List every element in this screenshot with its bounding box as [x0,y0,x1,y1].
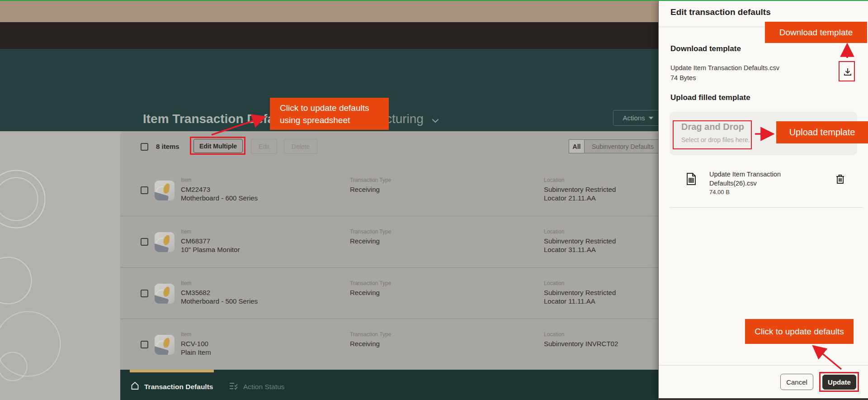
window-top-edge [0,0,868,1]
item-label: Item [181,229,240,235]
edit-button[interactable]: Edit [251,139,277,154]
upload-template-heading: Upload filled template [670,93,750,102]
item-desc: 10" Plasma Monitor [181,245,240,254]
item-code: RCV-100 [181,339,211,348]
panel-title: Edit transaction defaults [670,7,771,17]
bottom-tab-bar: Transaction Defaults Action Status [120,370,659,400]
row-checkbox[interactable] [141,341,148,348]
table-row[interactable]: Item RCV-100 Plain Item Transaction Type… [120,319,659,370]
transaction-type-label: Transaction Type [350,177,391,183]
item-thumbnail [155,181,175,200]
home-icon [131,381,139,392]
transaction-type-value: Receiving [350,288,391,297]
table-row[interactable]: Item CM35682 Motherboard - 500 Series Tr… [120,268,659,319]
actions-button[interactable]: Actions [613,110,663,126]
window-bottom-edge [659,398,868,400]
location-line1: Subinventory Restricted [544,288,616,297]
callout-text: Upload template [789,127,855,138]
delete-button[interactable]: Delete [284,139,317,154]
app-window: ORACLE Item Transaction Defaults Seattle… [0,0,868,400]
location-line2: Locator 11.11.AA [544,297,616,305]
location-label: Location [544,177,616,183]
transaction-type-label: Transaction Type [350,280,391,286]
dropzone-title: Drag and Drop [681,122,744,132]
item-desc: Motherboard - 600 Series [181,194,258,202]
edit-multiple-button[interactable]: Edit Multiple [193,139,243,153]
tab-transaction-defaults[interactable]: Transaction Defaults [131,381,213,392]
uploaded-file-size: 74.00 B [709,189,730,195]
transaction-type-label: Transaction Type [350,331,391,338]
download-template-icon[interactable] [841,64,854,80]
delete-file-icon[interactable] [834,173,846,186]
annotation-callout-upload-template: Upload template [776,121,868,143]
uploaded-file-name: Update Item Transaction Defaults(26).csv [709,170,796,188]
item-label: Item [181,280,258,286]
select-all-checkbox[interactable] [141,143,148,151]
transaction-type-label: Transaction Type [350,229,391,235]
filter-subinventory-tab[interactable]: Subinventory Defaults [585,139,661,153]
cancel-button[interactable]: Cancel [780,374,813,390]
page-background-pattern [0,131,120,400]
annotation-callout-download-template: Download template [765,22,867,43]
location-line2: Locator 21.11.AA [544,194,616,202]
top-decorative-bar [0,1,659,22]
item-code: CM22473 [181,185,258,194]
item-label: Item [181,331,211,338]
dropzone-subtitle: Select or drop files here. [681,136,750,143]
callout-text: Click to update defaults [755,327,844,337]
item-desc: Plain Item [181,348,211,357]
row-checkbox[interactable] [141,290,148,297]
location-line1: Subinventory INVRCT02 [544,339,618,348]
transaction-type-value: Receiving [350,237,391,245]
actions-button-label: Actions [623,114,645,122]
callout-text: Click to update defaults [280,102,389,114]
table-row[interactable]: Item CM22473 Motherboard - 600 Series Tr… [120,165,659,216]
location-line2: Locator 31.11.AA [544,245,616,254]
item-desc: Motherboard - 500 Series [181,297,258,305]
tab-action-status[interactable]: Action Status [229,381,284,392]
location-line1: Subinventory Restricted [544,237,616,245]
tab-label: Action Status [243,383,284,391]
transaction-type-value: Receiving [350,185,391,194]
download-template-heading: Download template [670,44,741,53]
caret-down-icon [649,117,653,119]
item-label: Item [181,177,258,183]
items-count: 8 items [156,143,179,150]
filter-segmented-control: All Subinventory Defaults [569,139,661,153]
location-line1: Subinventory Restricted [544,185,616,194]
location-label: Location [544,229,616,235]
chevron-down-icon[interactable] [432,112,439,126]
tab-label: Transaction Defaults [144,383,213,391]
callout-text: using spreadsheet [280,114,389,126]
action-status-icon [229,381,238,392]
item-code: CM35682 [181,288,258,297]
row-checkbox[interactable] [141,186,148,194]
transaction-type-value: Receiving [350,339,391,348]
global-header: ORACLE [0,22,659,49]
location-label: Location [544,331,618,338]
results-card: 8 items Edit Multiple Edit Delete All Su… [120,131,659,370]
filter-all-tab[interactable]: All [569,139,585,153]
annotation-callout-spreadsheet: Click to update defaults using spreadshe… [270,98,389,130]
location-label: Location [544,280,616,286]
update-button[interactable]: Update [822,375,856,390]
row-checkbox[interactable] [141,238,148,246]
item-thumbnail [155,335,175,355]
main-area: ORACLE Item Transaction Defaults Seattle… [0,0,659,400]
item-code: CM68377 [181,237,240,245]
item-thumbnail [155,284,175,304]
callout-text: Download template [779,28,853,38]
template-file-size: 74 Bytes [670,73,696,82]
annotation-callout-update: Click to update defaults [745,319,854,344]
template-file-name: Update Item Transaction Defaults.csv [670,63,820,72]
table-row[interactable]: Item CM68377 10" Plasma Monitor Transact… [120,216,659,267]
active-tab-indicator [130,370,214,372]
csv-file-icon [686,173,696,187]
item-thumbnail [155,232,175,252]
